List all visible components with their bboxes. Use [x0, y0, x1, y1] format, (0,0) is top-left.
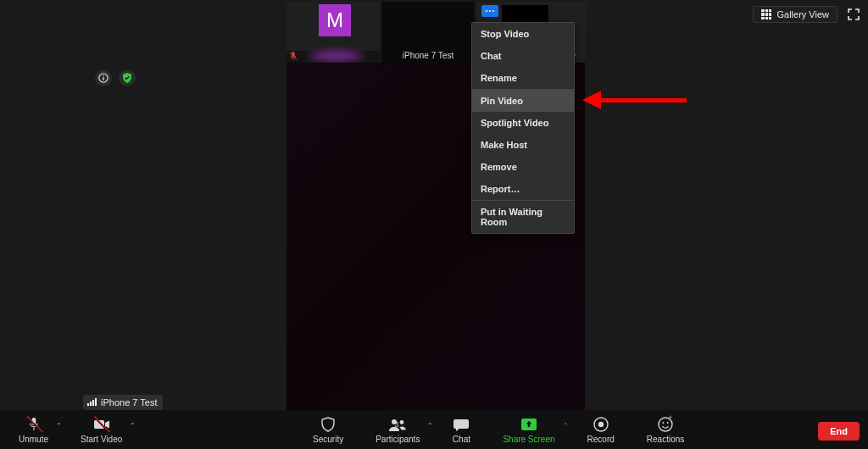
- menu-make-host[interactable]: Make Host: [472, 134, 574, 156]
- menu-rename[interactable]: Rename: [472, 67, 574, 89]
- svg-point-8: [598, 422, 603, 427]
- more-icon: [486, 10, 494, 12]
- meeting-info-button[interactable]: [95, 69, 112, 86]
- security-label: Security: [313, 435, 343, 444]
- share-options-caret[interactable]: ⌃: [563, 422, 569, 430]
- audio-options-caret[interactable]: ⌃: [56, 422, 62, 430]
- share-icon: [520, 416, 538, 433]
- participants-label: Participants: [376, 435, 420, 444]
- menu-chat[interactable]: Chat: [472, 45, 574, 67]
- participants-button[interactable]: 3 Participants ⌃: [369, 415, 426, 444]
- bottom-toolbar: Unmute ⌃ Start Video ⌃ Security 3 Partic…: [0, 410, 868, 449]
- security-button[interactable]: Security: [306, 415, 350, 444]
- annotation-arrow: [582, 91, 688, 109]
- start-video-label: Start Video: [81, 435, 122, 444]
- reactions-button[interactable]: + Reactions: [640, 415, 691, 444]
- avatar: M: [319, 4, 351, 36]
- menu-spotlight-video[interactable]: Spotlight Video: [472, 112, 574, 134]
- participants-caret[interactable]: ⌃: [427, 422, 433, 430]
- tooltip-label: iPhone 7 Test: [101, 397, 157, 407]
- avatar-letter: M: [326, 8, 343, 32]
- fullscreen-button[interactable]: [844, 5, 863, 24]
- svg-rect-1: [103, 77, 103, 80]
- menu-pin-video[interactable]: Pin Video: [472, 90, 574, 112]
- participant-context-menu: Stop Video Chat Rename Pin Video Spotlig…: [471, 22, 575, 234]
- reactions-label: Reactions: [647, 435, 684, 444]
- svg-point-11: [667, 422, 669, 424]
- unmute-label: Unmute: [19, 435, 48, 444]
- participant-tile-1[interactable]: M: [287, 2, 380, 63]
- svg-point-10: [662, 422, 664, 424]
- end-button[interactable]: End: [818, 422, 860, 441]
- participant-tile-2[interactable]: iPhone 7 Test: [381, 2, 475, 63]
- menu-remove[interactable]: Remove: [472, 156, 574, 178]
- shield-icon: [320, 416, 337, 433]
- menu-stop-video[interactable]: Stop Video: [472, 23, 574, 45]
- plus-icon: +: [668, 413, 672, 421]
- fullscreen-icon: [847, 8, 860, 21]
- video-options-caret[interactable]: ⌃: [130, 422, 136, 430]
- shield-check-icon: [122, 73, 132, 83]
- start-video-button[interactable]: Start Video ⌃: [74, 415, 129, 444]
- participant-name-blurred: [309, 49, 364, 63]
- share-screen-label: Share Screen: [503, 435, 554, 444]
- tile-more-button[interactable]: [481, 5, 498, 17]
- info-icon: [98, 73, 108, 83]
- svg-rect-2: [103, 75, 103, 76]
- menu-waiting-room[interactable]: Put in Waiting Room: [472, 201, 574, 233]
- gallery-view-button[interactable]: Gallery View: [753, 6, 837, 23]
- encryption-button[interactable]: [119, 69, 136, 86]
- tile-label: iPhone 7 Test: [381, 51, 475, 60]
- record-label: Record: [587, 435, 615, 444]
- record-button[interactable]: Record: [581, 415, 621, 444]
- gallery-view-label: Gallery View: [776, 9, 829, 19]
- unmute-button[interactable]: Unmute ⌃: [12, 415, 55, 444]
- grid-icon: [761, 9, 771, 19]
- thumbnail-tooltip: iPhone 7 Test: [83, 395, 163, 410]
- participants-count: 3: [394, 420, 398, 429]
- chat-label: Chat: [453, 435, 470, 444]
- share-screen-button[interactable]: Share Screen ⌃: [496, 415, 561, 444]
- record-icon: [593, 416, 609, 433]
- menu-report[interactable]: Report…: [472, 178, 574, 200]
- signal-icon: [87, 399, 97, 406]
- chat-button[interactable]: Chat: [445, 415, 477, 444]
- mic-muted-icon: [290, 52, 297, 62]
- svg-point-5: [400, 420, 404, 424]
- chat-icon: [452, 416, 470, 433]
